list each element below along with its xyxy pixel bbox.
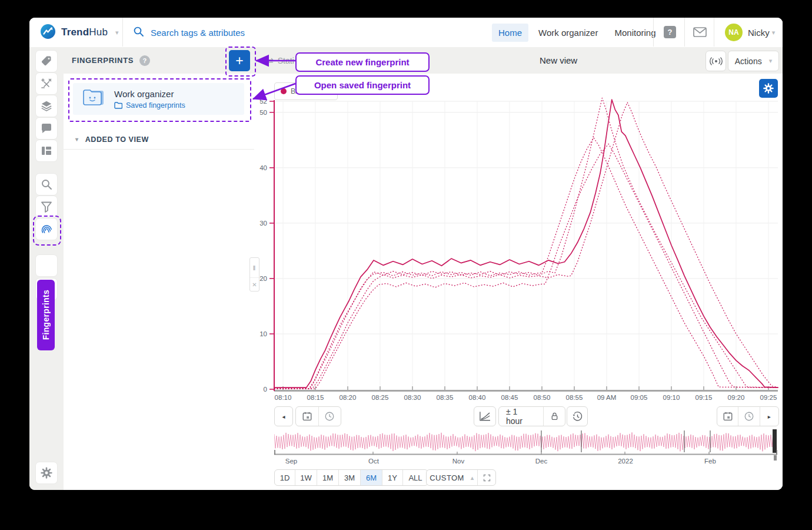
fingerprints-panel-tab[interactable]: Fingerprints <box>37 280 55 350</box>
custom-range-button[interactable]: CUSTOM▴ <box>427 470 477 485</box>
chart-settings-button[interactable] <box>759 79 778 98</box>
brand-name: TrendHub <box>61 26 108 38</box>
help-button[interactable]: ? <box>664 26 676 38</box>
callout-create-fingerprint: Create new fingerprint <box>295 52 430 72</box>
context-month-label: Nov <box>452 458 465 465</box>
swap-arrows-icon: ⇄ <box>267 56 274 65</box>
pan-right-button[interactable]: ▸ <box>760 407 778 426</box>
range-button-1d[interactable]: 1D <box>275 470 295 485</box>
added-to-view-section[interactable]: ▾ ADDED TO VIEW <box>64 130 254 150</box>
rail-settings-button[interactable] <box>35 462 58 484</box>
tag-icon <box>41 55 52 67</box>
clock-icon <box>744 411 754 422</box>
range-button-6m[interactable]: 6M <box>360 470 382 485</box>
start-time-button[interactable] <box>318 407 341 426</box>
lock-icon <box>550 411 560 422</box>
nav-item-monitoring[interactable]: Monitoring <box>608 24 662 42</box>
context-month-label: Oct <box>368 458 380 465</box>
lock-button[interactable] <box>543 407 565 426</box>
context-month-label: 2022 <box>618 458 633 465</box>
context-waveform <box>274 432 777 451</box>
filter-icon <box>41 201 52 213</box>
search-icon <box>41 178 52 190</box>
nav-item-work-organizer[interactable]: Work organizer <box>532 24 604 42</box>
layers-icon <box>41 100 52 112</box>
collapsed-panel-tab[interactable] <box>35 254 58 277</box>
avatar: NA <box>725 24 743 41</box>
rail-tag-button[interactable] <box>35 50 58 72</box>
range-button-1m[interactable]: 1M <box>317 470 338 485</box>
help-icon: ? <box>664 26 676 38</box>
trendhub-logo-icon <box>40 24 56 42</box>
history-button[interactable] <box>567 406 588 426</box>
user-name: Nicky <box>748 28 770 38</box>
brand-chevron-down-icon[interactable]: ▾ <box>115 29 119 37</box>
create-fingerprint-button[interactable]: + <box>229 50 250 71</box>
rail-fingerprints-button[interactable] <box>35 218 58 240</box>
envelope-icon <box>693 27 707 39</box>
rail-comment-button[interactable] <box>35 117 58 140</box>
navbar-divider <box>714 18 714 47</box>
search-placeholder: Search tags & attributes <box>151 28 245 38</box>
context-scroll-handle[interactable] <box>774 455 777 461</box>
search-icon <box>133 26 144 39</box>
brand[interactable]: TrendHub ▾ <box>40 18 119 47</box>
series-color-dot <box>281 88 287 94</box>
range-button-1y[interactable]: 1Y <box>382 470 402 485</box>
rail-search-button[interactable] <box>35 173 58 196</box>
navbar-divider <box>684 18 685 47</box>
fingerprint-icon <box>40 223 53 236</box>
saved-fingerprint-item[interactable]: Work organizer Saved fingerprints <box>73 83 244 115</box>
end-calendar-button[interactable] <box>717 407 738 426</box>
custom-range-group: CUSTOM▴ <box>426 469 496 486</box>
saved-fingerprint-title: Work organizer <box>114 89 185 99</box>
nav-item-home[interactable]: Home <box>492 24 528 42</box>
context-overview-strip[interactable]: SepOctNovDec2022Feb <box>274 429 778 466</box>
clock-icon <box>324 411 335 422</box>
rail-dashboard-button[interactable] <box>35 140 58 162</box>
navbar-divider <box>122 18 123 47</box>
rail-layers-button[interactable] <box>35 95 58 117</box>
fit-range-button[interactable] <box>477 470 495 485</box>
user-menu[interactable]: NA Nicky ▾ <box>725 24 775 41</box>
user-chevron-down-icon: ▾ <box>772 29 776 37</box>
range-button-all[interactable]: ALL <box>402 470 428 485</box>
chevron-left-icon: ◂ <box>282 413 285 420</box>
end-time-button[interactable] <box>738 407 759 426</box>
context-month-label: Dec <box>535 458 548 465</box>
left-datetime-group <box>295 406 341 426</box>
offset-value[interactable]: ± 1 hour <box>499 407 543 426</box>
start-calendar-button[interactable] <box>296 407 318 426</box>
comment-icon <box>41 122 52 134</box>
expand-icon <box>483 474 491 482</box>
rail-filter-button[interactable] <box>35 196 58 218</box>
rail-formula-button[interactable] <box>35 72 58 95</box>
folder-icon <box>114 102 122 109</box>
live-icon <box>710 57 723 66</box>
compare-trends-button[interactable] <box>474 406 496 426</box>
primary-nav: HomeWork organizerMonitoring <box>492 18 663 47</box>
view-title: New view <box>540 47 577 74</box>
panel-help-icon[interactable]: ? <box>139 55 150 66</box>
header-partial-item[interactable]: ⇄ Stati <box>267 47 294 74</box>
range-button-3m[interactable]: 3M <box>338 470 360 485</box>
context-month-label: Feb <box>704 458 716 465</box>
range-button-1w[interactable]: 1W <box>295 470 317 485</box>
folder-smiley-icon <box>81 87 106 111</box>
context-selection-handle[interactable] <box>773 429 777 453</box>
drag-grip-icon: ‖ <box>250 258 259 278</box>
pan-left-button[interactable]: ◂ <box>274 406 293 426</box>
section-chevron-down-icon: ▾ <box>75 136 79 143</box>
custom-chevron-up-icon: ▴ <box>471 474 474 482</box>
live-mode-button[interactable] <box>705 51 726 71</box>
actions-dropdown[interactable]: Actions▾ <box>728 51 779 71</box>
search-input[interactable]: Search tags & attributes <box>133 18 245 47</box>
y-axis-drag-handle[interactable]: ‖ ✕ <box>249 257 259 292</box>
dashboard-icon <box>41 145 52 157</box>
saved-fingerprint-subtitle[interactable]: Saved fingerprints <box>114 101 185 110</box>
close-icon[interactable]: ✕ <box>250 278 259 291</box>
gear-icon <box>40 466 53 479</box>
formula-icon <box>41 78 52 90</box>
messages-button[interactable] <box>693 27 707 39</box>
app-window: TrendHub ▾ Search tags & attributes Home… <box>29 18 783 490</box>
